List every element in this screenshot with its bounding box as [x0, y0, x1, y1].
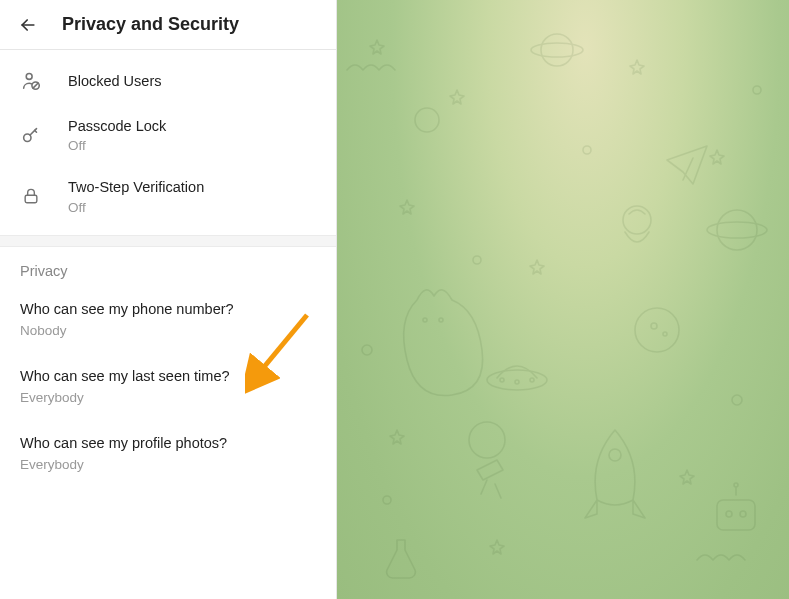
- settings-sidebar: Privacy and Security Blocked Users: [0, 0, 337, 599]
- item-status: Off: [68, 138, 166, 153]
- svg-point-22: [753, 86, 761, 94]
- svg-point-5: [541, 34, 573, 66]
- svg-point-8: [707, 222, 767, 238]
- item-status: Off: [68, 200, 204, 215]
- item-label: Two-Step Verification: [68, 177, 204, 197]
- svg-point-11: [651, 323, 657, 329]
- svg-point-29: [740, 511, 746, 517]
- svg-point-10: [635, 308, 679, 352]
- item-label: Who can see my last seen time?: [20, 366, 316, 386]
- chat-background: [337, 0, 789, 599]
- svg-point-24: [473, 256, 481, 264]
- svg-point-0: [26, 73, 32, 79]
- key-icon: [20, 124, 42, 146]
- svg-point-25: [732, 395, 742, 405]
- svg-point-14: [423, 318, 427, 322]
- item-label: Blocked Users: [68, 71, 161, 91]
- svg-point-21: [383, 496, 391, 504]
- privacy-section-header: Privacy: [0, 247, 336, 285]
- header: Privacy and Security: [0, 0, 336, 50]
- passcode-lock-item[interactable]: Passcode Lock Off: [0, 104, 336, 165]
- svg-point-7: [717, 210, 757, 250]
- blocked-user-icon: [20, 70, 42, 92]
- privacy-profile-photos-item[interactable]: Who can see my profile photos? Everybody: [0, 419, 336, 486]
- security-section: Blocked Users Passcode Lock Off: [0, 50, 336, 235]
- svg-point-18: [500, 378, 504, 382]
- svg-point-12: [663, 332, 667, 336]
- svg-point-13: [469, 422, 505, 458]
- item-label: Who can see my profile photos?: [20, 433, 316, 453]
- privacy-last-seen-item[interactable]: Who can see my last seen time? Everybody: [0, 352, 336, 419]
- lock-icon: [20, 185, 42, 207]
- item-status: Everybody: [20, 390, 316, 405]
- svg-point-30: [734, 483, 738, 487]
- two-step-verification-item[interactable]: Two-Step Verification Off: [0, 165, 336, 226]
- svg-point-6: [531, 43, 583, 57]
- item-status: Everybody: [20, 457, 316, 472]
- privacy-phone-number-item[interactable]: Who can see my phone number? Nobody: [0, 285, 336, 352]
- svg-point-26: [362, 345, 372, 355]
- svg-point-28: [726, 511, 732, 517]
- section-divider: [0, 235, 336, 247]
- item-label: Who can see my phone number?: [20, 299, 316, 319]
- svg-point-20: [530, 378, 534, 382]
- background-doodles: [337, 0, 789, 599]
- svg-point-15: [439, 318, 443, 322]
- svg-point-19: [515, 380, 519, 384]
- svg-rect-3: [25, 195, 37, 203]
- blocked-users-item[interactable]: Blocked Users: [0, 58, 336, 104]
- svg-rect-27: [717, 500, 755, 530]
- svg-point-9: [415, 108, 439, 132]
- item-status: Nobody: [20, 323, 316, 338]
- svg-point-16: [609, 449, 621, 461]
- item-label: Passcode Lock: [68, 116, 166, 136]
- svg-point-23: [583, 146, 591, 154]
- back-button[interactable]: [18, 15, 38, 35]
- page-title: Privacy and Security: [62, 14, 239, 35]
